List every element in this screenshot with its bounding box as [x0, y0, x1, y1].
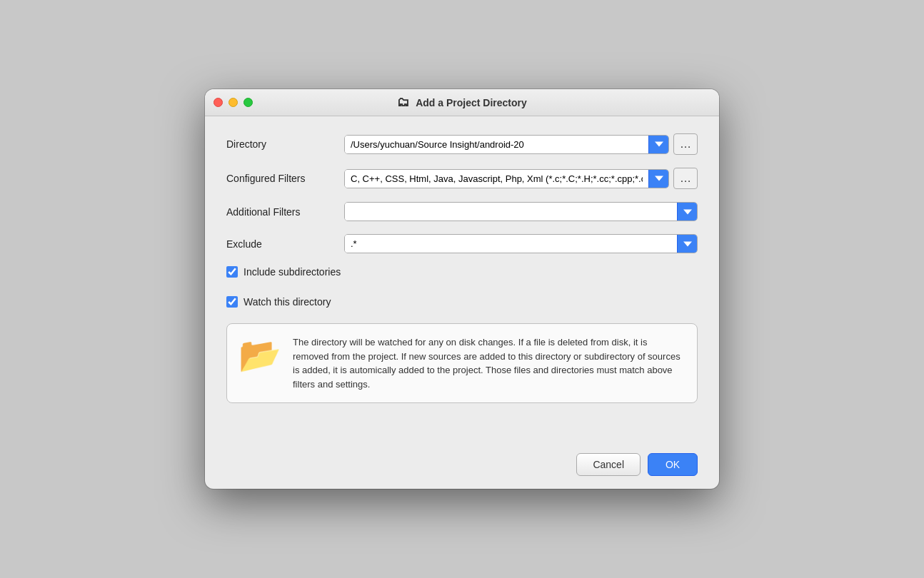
watch-directory-label[interactable]: Watch this directory: [243, 296, 331, 308]
exclude-label: Exclude: [226, 238, 344, 250]
additional-filters-row: Additional Filters: [226, 202, 698, 221]
dialog-content: Directory … Configured Filters: [205, 116, 719, 443]
titlebar: 🗂 Add a Project Directory: [205, 89, 719, 116]
directory-control-group: …: [344, 133, 698, 155]
chevron-down-icon: [655, 174, 663, 183]
configured-filters-row: Configured Filters …: [226, 168, 698, 189]
configured-filters-dropdown-button[interactable]: [648, 170, 668, 188]
ellipsis-icon: …: [680, 172, 691, 185]
minimize-button[interactable]: [229, 98, 238, 107]
directory-label: Directory: [226, 138, 344, 150]
chevron-down-icon: [683, 208, 692, 216]
include-subdirectories-checkbox[interactable]: [226, 266, 238, 278]
dialog: 🗂 Add a Project Directory Directory …: [205, 89, 719, 489]
cancel-button[interactable]: Cancel: [576, 453, 641, 476]
additional-filters-control-group: [344, 202, 698, 221]
chevron-down-icon: [655, 140, 663, 148]
watch-info-section: 📂 The directory will be watched for any …: [226, 323, 698, 403]
title-icon: 🗂: [397, 95, 410, 110]
chevron-down-icon: [683, 240, 692, 248]
close-button[interactable]: [214, 98, 223, 107]
folder-eye-icon: 📂: [238, 338, 281, 372]
ok-button[interactable]: OK: [648, 453, 698, 476]
ellipsis-icon: …: [680, 138, 691, 151]
watch-directory-row: Watch this directory: [226, 296, 698, 308]
include-subdirectories-row: Include subdirectories: [226, 266, 698, 278]
titlebar-buttons: [214, 98, 253, 107]
maximize-button[interactable]: [243, 98, 253, 107]
additional-filters-input-group: [344, 202, 698, 221]
watch-directory-checkbox[interactable]: [226, 296, 238, 308]
directory-input[interactable]: [345, 136, 648, 153]
exclude-control-group: [344, 234, 698, 253]
configured-filters-input[interactable]: [345, 170, 648, 188]
configured-filters-control-group: …: [344, 168, 698, 189]
watch-info-text: The directory will be watched for any on…: [293, 335, 686, 391]
dialog-title: 🗂 Add a Project Directory: [397, 95, 527, 110]
exclude-dropdown-button[interactable]: [677, 235, 697, 253]
dialog-footer: Cancel OK: [205, 443, 719, 489]
exclude-input[interactable]: [345, 235, 677, 253]
additional-filters-input[interactable]: [345, 203, 677, 220]
directory-dropdown-button[interactable]: [648, 136, 668, 153]
configured-filters-browse-button[interactable]: …: [673, 168, 698, 189]
directory-row: Directory …: [226, 133, 698, 155]
configured-filters-input-group: [344, 169, 669, 188]
title-text: Add a Project Directory: [416, 97, 527, 108]
exclude-row: Exclude: [226, 234, 698, 253]
directory-input-group: [344, 135, 669, 154]
exclude-input-group: [344, 234, 698, 253]
directory-browse-button[interactable]: …: [673, 133, 698, 155]
additional-filters-dropdown-button[interactable]: [677, 203, 697, 220]
additional-filters-label: Additional Filters: [226, 206, 344, 218]
folder-icon-area: 📂: [238, 335, 281, 372]
configured-filters-label: Configured Filters: [226, 173, 344, 184]
include-subdirectories-label[interactable]: Include subdirectories: [243, 266, 341, 278]
